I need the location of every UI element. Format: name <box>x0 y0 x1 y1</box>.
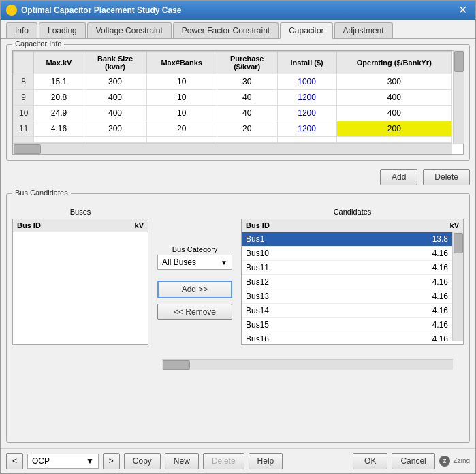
candidates-list[interactable]: Bus ID kV Bus1 13.8 Bus10 <box>241 219 464 345</box>
candidates-h-scrollbar-thumb[interactable] <box>163 360 190 370</box>
cell-maxbanks-10: 10 <box>146 106 217 121</box>
candidate-busid-13: Bus13 <box>246 291 407 301</box>
capacitor-info-label: Capacitor Info <box>12 40 64 48</box>
col-header-maxbanks: Max#Banks <box>146 52 217 74</box>
dropdown-arrow-icon: ▼ <box>221 259 227 266</box>
bus-category-dropdown[interactable]: All Buses ▼ <box>157 255 232 270</box>
ok-button[interactable]: OK <box>353 453 387 469</box>
copy-button[interactable]: Copy <box>124 453 161 469</box>
cell-maxbanks-11: 20 <box>146 121 217 137</box>
candidate-kv-11: 4.16 <box>407 263 448 272</box>
bus-candidates-inner: Buses Bus ID kV Bus Category All Buses <box>12 208 464 358</box>
footer-case-dropdown[interactable]: OCP ▼ <box>27 454 99 469</box>
candidates-rows: Bus1 13.8 Bus10 4.16 Bus11 4.16 <box>242 232 452 341</box>
buses-list-header: Bus ID kV <box>13 219 148 232</box>
add-button[interactable]: Add <box>380 169 417 185</box>
footer-dropdown-value: OCP <box>32 456 50 466</box>
candidate-busid-16: Bus16 <box>246 334 407 341</box>
main-window: ⚡ Optimal Capacitor Placement Study Case… <box>0 0 476 474</box>
scrollbar-thumb-h[interactable] <box>14 144 41 154</box>
dropdown-value: All Buses <box>162 257 196 267</box>
candidate-bus13[interactable]: Bus13 4.16 <box>242 289 452 304</box>
table-row[interactable]: 9 20.8 400 10 40 1200 400 <box>14 90 452 106</box>
cell-maxkv-11: 4.16 <box>34 121 84 137</box>
scrollbar-thumb-v[interactable] <box>454 51 464 72</box>
cell-maxkv-10: 24.9 <box>34 106 84 121</box>
buses-list[interactable]: Bus ID kV <box>12 219 148 345</box>
candidate-kv-15: 4.16 <box>407 320 448 330</box>
candidate-bus14[interactable]: Bus14 4.16 <box>242 304 452 318</box>
capacitor-table-wrapper[interactable]: Max.kV Bank Size(kvar) Max#Banks Purchas… <box>12 50 464 155</box>
nav-prev-button[interactable]: < <box>6 453 23 469</box>
candidate-kv-12: 4.16 <box>407 277 448 287</box>
tab-adjustment[interactable]: Adjustment <box>334 22 393 38</box>
col-header-operating: Operating ($/BankYr) <box>336 52 451 74</box>
candidate-bus16[interactable]: Bus16 4.16 <box>242 332 452 341</box>
tab-loading[interactable]: Loading <box>39 22 86 38</box>
candidates-panel: Candidates Bus ID kV Bus1 13.8 <box>241 208 464 358</box>
candidate-bus1[interactable]: Bus1 13.8 <box>242 232 452 247</box>
zzing-logo: Z Zzing <box>439 456 470 467</box>
row-num-11: 11 <box>14 121 34 137</box>
add-delete-bar: Add Delete <box>6 166 470 188</box>
tab-voltage-constraint[interactable]: Voltage Constraint <box>87 22 172 38</box>
bus-candidates-group: Bus Candidates Buses Bus ID kV Bus Ca <box>6 193 470 443</box>
cand-col-busid: Bus ID <box>246 221 418 230</box>
capacitor-info-group: Capacitor Info Max.kV Bank Size(kvar) Ma… <box>6 44 470 161</box>
capacitor-table: Max.kV Bank Size(kvar) Max#Banks Purchas… <box>13 51 452 143</box>
candidate-bus12[interactable]: Bus12 4.16 <box>242 275 452 289</box>
table-row-empty[interactable] <box>14 137 452 143</box>
cell-operating-8: 300 <box>336 74 451 90</box>
col-header-purchase: Purchase($/kvar) <box>217 52 277 74</box>
table-row[interactable]: 10 24.9 400 10 40 1200 400 <box>14 106 452 121</box>
candidate-busid-15: Bus15 <box>246 320 407 330</box>
candidates-h-scrollbar[interactable] <box>162 359 453 370</box>
tab-capacitor[interactable]: Capacitor <box>280 22 332 39</box>
row-num-10: 10 <box>14 106 34 121</box>
col-header-banksize: Bank Size(kvar) <box>84 52 146 74</box>
cell-install-8: 1000 <box>277 74 336 90</box>
cell-operating-9: 400 <box>336 90 451 106</box>
candidate-bus10[interactable]: Bus10 4.16 <box>242 247 452 261</box>
cancel-button[interactable]: Cancel <box>392 453 434 469</box>
row-num-8: 8 <box>14 74 34 90</box>
tab-info[interactable]: Info <box>6 22 37 38</box>
candidate-busid-14: Bus14 <box>246 306 407 315</box>
help-button[interactable]: Help <box>249 453 283 469</box>
vertical-scrollbar[interactable] <box>453 50 464 144</box>
table-row[interactable]: 8 15.1 300 10 30 1000 300 <box>14 74 452 90</box>
candidate-bus11[interactable]: Bus11 4.16 <box>242 261 452 275</box>
cell-banksize-11: 200 <box>84 121 146 137</box>
new-button[interactable]: New <box>165 453 199 469</box>
horizontal-scrollbar[interactable] <box>13 143 452 154</box>
add-arrow-button[interactable]: Add >> <box>157 281 232 298</box>
delete-button[interactable]: Delete <box>423 169 470 185</box>
cell-purchase-10: 40 <box>217 106 277 121</box>
title-bar-left: ⚡ Optimal Capacitor Placement Study Case <box>6 5 181 16</box>
close-button[interactable]: ✕ <box>456 5 470 16</box>
cell-maxkv-9: 20.8 <box>34 90 84 106</box>
middle-panel: Bus Category All Buses ▼ Add >> << Remov… <box>154 208 236 358</box>
candidates-vertical-scrollbar[interactable] <box>452 232 463 341</box>
buses-col-kv: kV <box>110 221 144 230</box>
buses-col-busid: Bus ID <box>17 221 110 230</box>
table-row[interactable]: 11 4.16 200 20 20 1200 200 <box>14 121 452 137</box>
remove-arrow-button[interactable]: << Remove <box>157 304 232 320</box>
cell-install-9: 1200 <box>277 90 336 106</box>
candidate-bus15[interactable]: Bus15 4.16 <box>242 318 452 332</box>
tab-bar: Info Loading Voltage Constraint Power Fa… <box>1 20 475 39</box>
cell-banksize-10: 400 <box>84 106 146 121</box>
cell-maxbanks-8: 10 <box>146 74 217 90</box>
candidates-h-scroll-container <box>12 359 464 370</box>
delete-footer-button[interactable]: Delete <box>203 453 244 469</box>
tab-power-factor-constraint[interactable]: Power Factor Constraint <box>173 22 279 38</box>
candidate-busid-11: Bus11 <box>246 263 407 272</box>
cell-purchase-8: 30 <box>217 74 277 90</box>
candidates-scrollbar-thumb[interactable] <box>454 233 463 253</box>
candidates-label: Candidates <box>241 208 464 216</box>
footer: < OCP ▼ > Copy New Delete Help OK Cancel… <box>1 448 475 473</box>
content-area: Capacitor Info Max.kV Bank Size(kvar) Ma… <box>1 39 475 448</box>
cell-operating-10: 400 <box>336 106 451 121</box>
cell-purchase-9: 40 <box>217 90 277 106</box>
nav-next-button[interactable]: > <box>103 453 120 469</box>
